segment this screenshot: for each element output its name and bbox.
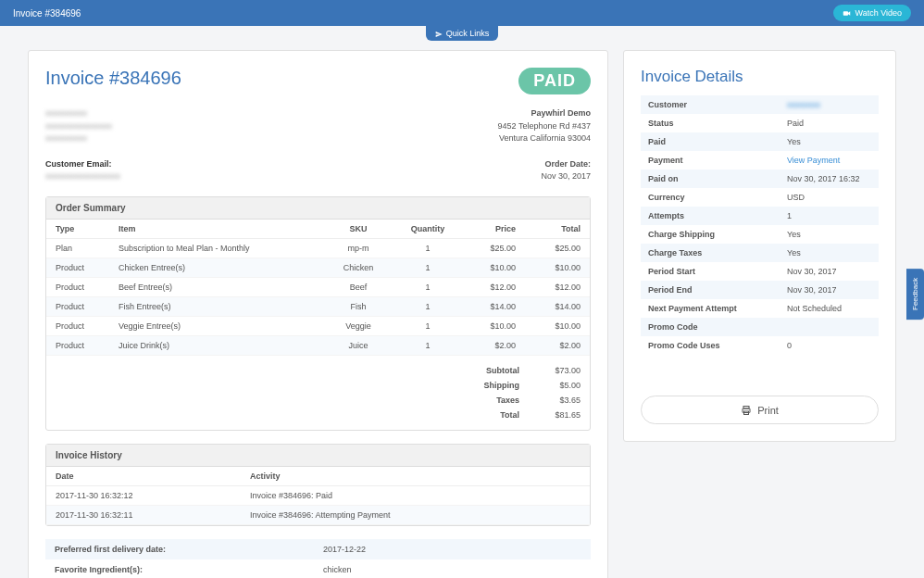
table-row: 2017-11-30 16:32:12Invoice #384696: Paid — [46, 486, 590, 506]
detail-row: Promo Code Uses0 — [641, 336, 879, 355]
custom-field-row: Favorite Ingredient(s):chicken — [45, 559, 591, 578]
customer-addr-blurred: xxxxxxxxxxxxxxxx — [45, 120, 112, 133]
company-name: Paywhirl Demo — [531, 108, 591, 118]
table-row: ProductJuice Drink(s)Juice1$2.00$2.00 — [46, 335, 590, 355]
top-bar: Invoice #384696 Watch Video — [0, 0, 924, 26]
paid-stamp: PAID — [518, 68, 591, 94]
detail-row: Attempts1 — [641, 207, 879, 225]
table-row: PlanSubscription to Meal Plan - Monthlym… — [46, 238, 590, 258]
order-date-label: Order Date: — [544, 159, 591, 169]
quicklinks-wrap: Quick Links — [0, 26, 924, 41]
detail-row: Period EndNov 30, 2017 — [641, 281, 879, 299]
watch-video-button[interactable]: Watch Video — [833, 5, 911, 21]
history-table: Date Activity 2017-11-30 16:32:12Invoice… — [46, 467, 590, 525]
detail-row: Next Payment AttemptNot Scheduled — [641, 299, 879, 318]
quick-links-label: Quick Links — [446, 29, 490, 38]
customer-email-label: Customer Email: — [45, 159, 112, 169]
invoice-history-title: Invoice History — [46, 445, 590, 467]
customer-email-blurred: xxxxxxxxxxxxxxxxxx — [45, 170, 120, 183]
detail-row: Customerxxxxxxxx — [641, 95, 879, 114]
detail-row: Paid onNov 30, 2017 16:32 — [641, 170, 879, 188]
order-date: Nov 30, 2017 — [541, 170, 591, 183]
col-sku: SKU — [321, 220, 395, 239]
table-row: ProductFish Entree(s)Fish1$14.00$14.00 — [46, 296, 590, 316]
invoice-card: Invoice #384696 PAID xxxxxxxxxx xxxxxxxx… — [28, 50, 608, 578]
custom-field-row: Preferred first delivery date:2017-12-22 — [45, 539, 591, 559]
col-activity: Activity — [241, 467, 590, 486]
detail-row: Period StartNov 30, 2017 — [641, 262, 879, 281]
col-qty: Quantity — [395, 220, 460, 239]
print-icon — [741, 404, 752, 416]
custom-fields: Preferred first delivery date:2017-12-22… — [45, 539, 591, 578]
order-summary-table: Type Item SKU Quantity Price Total PlanS… — [46, 220, 590, 356]
table-row: 2017-11-30 16:32:11Invoice #384696: Atte… — [46, 506, 590, 525]
video-icon — [843, 8, 851, 18]
invoice-title: Invoice #384696 — [45, 68, 181, 89]
quick-links-button[interactable]: Quick Links — [426, 26, 499, 41]
detail-row: Charge ShippingYes — [641, 225, 879, 244]
table-row: ProductBeef Entree(s)Beef1$12.00$12.00 — [46, 277, 590, 296]
company-addr2: Ventura California 93004 — [498, 132, 591, 145]
page-title: Invoice #384696 — [13, 8, 81, 19]
customer-name-blurred: xxxxxxxxxx — [45, 107, 112, 120]
quicklinks-icon — [435, 29, 443, 38]
invoice-history-panel: Invoice History Date Activity 2017-11-30… — [45, 444, 591, 526]
col-type: Type — [46, 220, 109, 239]
table-row: ProductChicken Entree(s)Chicken1$10.00$1… — [46, 258, 590, 277]
feedback-tab[interactable]: Feedback — [906, 269, 924, 320]
table-row: ProductVeggie Entree(s)Veggie1$10.00$10.… — [46, 316, 590, 335]
order-totals: Subtotal$73.00 Shipping$5.00 Taxes$3.65 … — [46, 356, 590, 431]
invoice-details-card: Invoice Details CustomerxxxxxxxxStatusPa… — [623, 50, 896, 442]
col-date: Date — [46, 467, 241, 486]
print-label: Print — [757, 405, 779, 416]
svg-rect-0 — [843, 11, 848, 16]
watch-video-label: Watch Video — [855, 8, 902, 18]
print-button[interactable]: Print — [641, 396, 879, 424]
detail-row: Promo Code — [641, 318, 879, 336]
col-total: Total — [525, 220, 590, 239]
customer-addr2-blurred: xxxxxxxxxx — [45, 132, 112, 145]
invoice-details-title: Invoice Details — [641, 68, 879, 86]
col-item: Item — [109, 220, 321, 239]
order-summary-panel: Order Summary Type Item SKU Quantity Pri… — [45, 196, 591, 432]
company-addr1: 9452 Telephone Rd #437 — [498, 120, 591, 133]
detail-row: Charge TaxesYes — [641, 244, 879, 262]
col-price: Price — [460, 220, 525, 239]
detail-row: CurrencyUSD — [641, 188, 879, 207]
order-summary-title: Order Summary — [46, 197, 590, 220]
detail-row: StatusPaid — [641, 114, 879, 132]
detail-row: PaidYes — [641, 132, 879, 151]
detail-row: PaymentView Payment — [641, 151, 879, 170]
